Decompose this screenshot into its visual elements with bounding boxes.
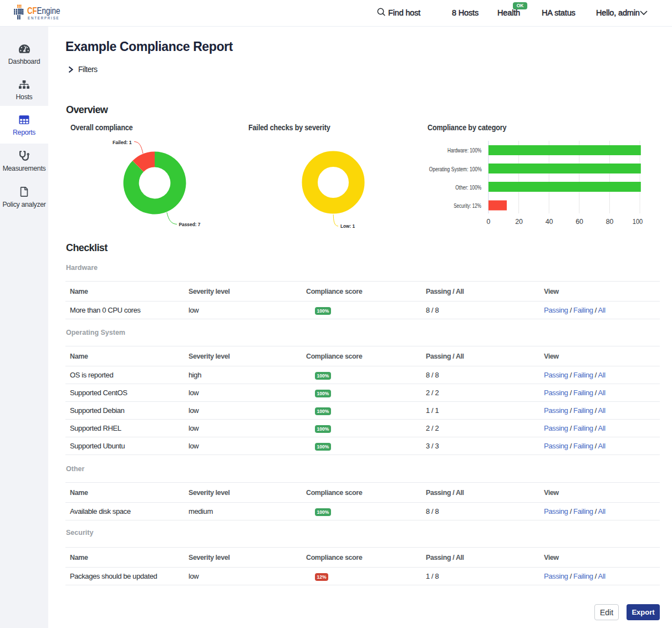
svg-text:Other: 100%: Other: 100% [455, 184, 481, 191]
svg-text:40: 40 [546, 218, 553, 226]
svg-text:Hardware: 100%: Hardware: 100% [447, 147, 481, 154]
svg-text:Operating System: 100%: Operating System: 100% [429, 166, 482, 172]
svg-text:20: 20 [515, 218, 523, 226]
svg-text:CF: CF [27, 6, 37, 16]
svg-text:Engine: Engine [37, 6, 60, 16]
svg-text:Passed: 7: Passed: 7 [179, 222, 201, 227]
svg-text:0: 0 [487, 218, 491, 226]
svg-text:ENTERPRISE: ENTERPRISE [28, 16, 60, 20]
svg-text:80: 80 [606, 218, 614, 226]
svg-text:60: 60 [576, 218, 583, 226]
svg-text:Low: 1: Low: 1 [340, 223, 355, 229]
svg-text:Failed: 1: Failed: 1 [113, 140, 132, 145]
svg-text:Security: 12%: Security: 12% [454, 202, 481, 209]
svg-text:100: 100 [633, 218, 643, 226]
